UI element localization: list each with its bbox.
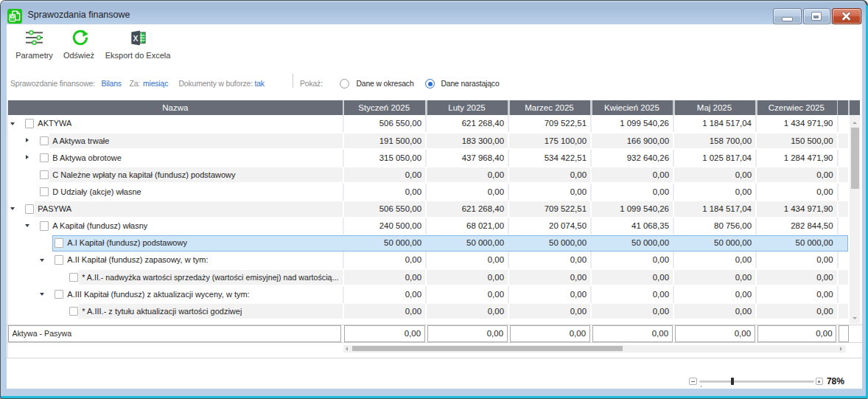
svg-text:X: X	[133, 33, 138, 42]
